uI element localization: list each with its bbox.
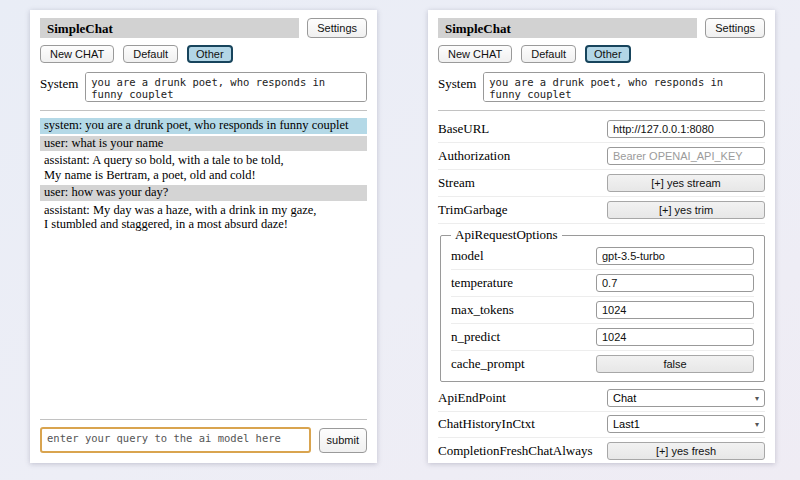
chat-panel: SimpleChat Settings New CHAT Default Oth…: [30, 10, 377, 463]
api-endpoint-selected-value: Chat: [613, 392, 636, 404]
profile-tab-default[interactable]: Default: [521, 45, 576, 63]
system-prompt-input[interactable]: you are a drunk poet, who responds in fu…: [483, 72, 765, 102]
setting-row-baseurl: BaseURL: [438, 116, 765, 143]
setting-row-trimgarbage: TrimGarbage [+] yes trim: [438, 197, 765, 224]
app-title: SimpleChat: [40, 18, 299, 38]
setting-row-completion-fresh-chat-always: CompletionFreshChatAlways [+] yes fresh: [438, 438, 765, 463]
chat-history-selected-value: Last1: [613, 418, 640, 430]
api-request-options-legend: ApiRequestOptions: [451, 227, 562, 243]
settings-button[interactable]: Settings: [307, 18, 367, 38]
setting-row-n-predict: n_predict: [451, 324, 754, 351]
setting-row-cache-prompt: cache_prompt false: [451, 351, 754, 377]
temperature-label: temperature: [451, 275, 596, 291]
temperature-input[interactable]: [596, 274, 754, 292]
baseurl-input[interactable]: [607, 120, 765, 138]
app-title: SimpleChat: [438, 18, 697, 38]
settings-panel: SimpleChat Settings New CHAT Default Oth…: [428, 10, 775, 463]
chat-message-assistant: assistant: A query so bold, with a tale …: [40, 153, 367, 183]
new-chat-button[interactable]: New CHAT: [40, 45, 114, 63]
submit-button[interactable]: submit: [319, 428, 367, 453]
max-tokens-label: max_tokens: [451, 302, 596, 318]
chat-message-assistant: assistant: My day was a haze, with a dri…: [40, 203, 367, 233]
cache-prompt-toggle-button[interactable]: false: [596, 355, 754, 373]
chat-session-toolbar: New CHAT Default Other: [40, 45, 367, 63]
system-prompt-label: System: [438, 72, 476, 92]
chat-message-user: user: how was your day?: [40, 185, 367, 201]
profile-tab-other[interactable]: Other: [187, 45, 233, 63]
query-input[interactable]: [40, 427, 311, 453]
chat-history-in-ctxt-select[interactable]: Last1 ▾: [607, 415, 765, 433]
setting-row-temperature: temperature: [451, 270, 754, 297]
header: SimpleChat Settings: [438, 18, 765, 38]
divider: [40, 419, 367, 420]
chat-message-system: system: you are a drunk poet, who respon…: [40, 118, 367, 134]
api-request-options-fieldset: ApiRequestOptions model temperature max_…: [440, 227, 765, 382]
chat-session-toolbar: New CHAT Default Other: [438, 45, 765, 63]
stream-label: Stream: [438, 175, 607, 191]
completion-fresh-chat-always-toggle-button[interactable]: [+] yes fresh: [607, 442, 765, 460]
divider: [438, 110, 765, 111]
setting-row-model: model: [451, 243, 754, 270]
authorization-input[interactable]: [607, 147, 765, 165]
model-input[interactable]: [596, 247, 754, 265]
chat-message-user: user: what is your name: [40, 136, 367, 152]
setting-row-authorization: Authorization: [438, 143, 765, 170]
query-row: submit: [40, 427, 367, 453]
trimgarbage-label: TrimGarbage: [438, 202, 607, 218]
profile-tab-other[interactable]: Other: [585, 45, 631, 63]
trimgarbage-toggle-button[interactable]: [+] yes trim: [607, 201, 765, 219]
system-prompt-row: System you are a drunk poet, who respond…: [40, 72, 367, 102]
setting-row-max-tokens: max_tokens: [451, 297, 754, 324]
chevron-down-icon: ▾: [755, 394, 759, 403]
system-prompt-input[interactable]: you are a drunk poet, who responds in fu…: [85, 72, 367, 102]
header: SimpleChat Settings: [40, 18, 367, 38]
setting-row-stream: Stream [+] yes stream: [438, 170, 765, 197]
n-predict-label: n_predict: [451, 329, 596, 345]
api-endpoint-label: ApiEndPoint: [438, 390, 607, 406]
chat-message-list: system: you are a drunk poet, who respon…: [40, 118, 367, 411]
authorization-label: Authorization: [438, 148, 607, 164]
system-prompt-label: System: [40, 72, 78, 92]
baseurl-label: BaseURL: [438, 121, 607, 137]
max-tokens-input[interactable]: [596, 301, 754, 319]
new-chat-button[interactable]: New CHAT: [438, 45, 512, 63]
stream-toggle-button[interactable]: [+] yes stream: [607, 174, 765, 192]
chat-history-in-ctxt-label: ChatHistoryInCtxt: [438, 416, 607, 432]
divider: [40, 110, 367, 111]
system-prompt-row: System you are a drunk poet, who respond…: [438, 72, 765, 102]
settings-button[interactable]: Settings: [705, 18, 765, 38]
profile-tab-default[interactable]: Default: [123, 45, 178, 63]
completion-fresh-chat-always-label: CompletionFreshChatAlways: [438, 443, 607, 459]
model-label: model: [451, 248, 596, 264]
cache-prompt-label: cache_prompt: [451, 356, 596, 372]
setting-row-chat-history-in-ctxt: ChatHistoryInCtxt Last1 ▾: [438, 412, 765, 438]
n-predict-input[interactable]: [596, 328, 754, 346]
chevron-down-icon: ▾: [755, 420, 759, 429]
api-endpoint-select[interactable]: Chat ▾: [607, 389, 765, 407]
setting-row-api-endpoint: ApiEndPoint Chat ▾: [438, 386, 765, 412]
